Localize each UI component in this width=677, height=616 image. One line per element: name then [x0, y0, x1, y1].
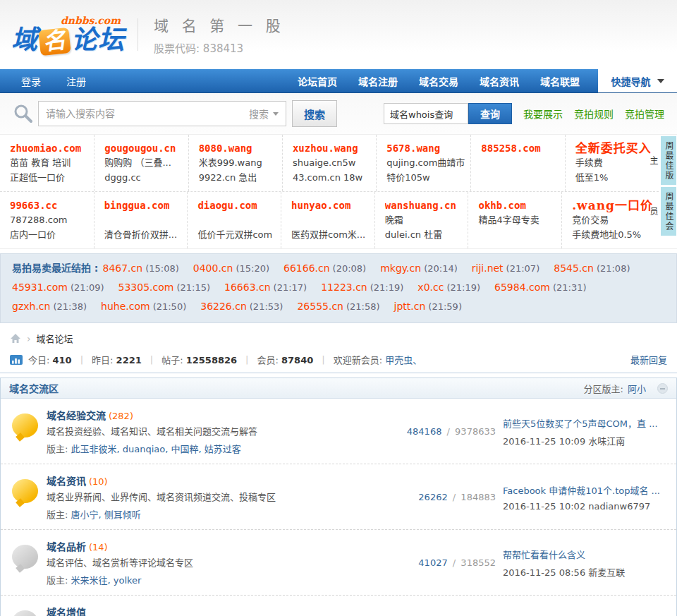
- forum-title-link[interactable]: 域名品析: [47, 541, 86, 552]
- side-tab[interactable]: 周最佳会员: [661, 187, 676, 236]
- section-title-link[interactable]: 域名交流区: [9, 381, 59, 395]
- nav-main-link[interactable]: 域名交易: [419, 74, 458, 88]
- auction-domain-link[interactable]: 8467.cn: [102, 262, 142, 274]
- ad-domain-link[interactable]: okhb.com: [478, 198, 556, 212]
- whois-query-button[interactable]: 查询: [468, 103, 512, 124]
- forum-title-link[interactable]: 域名资讯: [47, 476, 86, 487]
- ad-domain-link[interactable]: 99663.cc: [10, 198, 88, 212]
- divider: |: [150, 354, 153, 365]
- posts-count: 12558826: [186, 355, 237, 366]
- last-post: 前些天5位数买了个5声母COM，直 ...2016-11-25 10:09 水味…: [503, 416, 666, 447]
- ad-description: [481, 170, 559, 185]
- ad-domain-link[interactable]: wanshuang.cn: [385, 198, 463, 212]
- ad-domain-link[interactable]: xuzhou.wang: [293, 141, 370, 155]
- ad-domain-link[interactable]: 5678.wang: [386, 141, 465, 155]
- whois-input[interactable]: [384, 103, 468, 124]
- ad-description: [481, 155, 559, 170]
- ad-cell: gougougou.cn购购购 （三叠...dggg.cc: [94, 135, 188, 191]
- ad-domain-link[interactable]: zhuomiao.com: [10, 141, 88, 155]
- auction-domain-link[interactable]: 66166.cn: [283, 262, 330, 274]
- auction-domain-link[interactable]: 36226.cn: [200, 301, 247, 312]
- ad-description: 特价105w: [386, 170, 465, 185]
- ad-domain-link[interactable]: 全新委托买入: [575, 141, 653, 155]
- ad-domain-link[interactable]: gougougou.cn: [104, 141, 182, 155]
- auction-domain-link[interactable]: 65984.com: [494, 282, 550, 293]
- auction-label: 易拍易卖最近结拍 :: [12, 262, 98, 274]
- chart-icon: [10, 355, 23, 365]
- site-logo[interactable]: dnbbs.com 域名论坛: [11, 16, 125, 54]
- chat-bubble-icon: [12, 545, 38, 569]
- moderator-links[interactable]: 唐小宁, 侧耳倾听: [71, 509, 141, 520]
- ad-cell: 5678.wangqujing.com曲靖市特价105w: [376, 135, 470, 191]
- auction-domain-link[interactable]: gzxh.cn: [12, 301, 50, 312]
- moderator-links[interactable]: 此玉非彼米, duanqiao, 中国粹, 姑苏过客: [71, 444, 241, 454]
- forum-moderators: 版主: 米来米往, yolker: [47, 573, 398, 586]
- site-header: dnbbs.com 域名论坛 域 名 第 一 股 股票代码: 838413: [0, 0, 677, 69]
- auction-domain-link[interactable]: jptt.cn: [394, 301, 426, 312]
- nav-main-link[interactable]: 域名资讯: [480, 74, 519, 88]
- ad-description: 购购购 （三叠...: [104, 155, 182, 170]
- auction-domain-link[interactable]: 8545.cn: [554, 262, 594, 274]
- last-post-link[interactable]: 帮帮忙看看什么含义: [503, 548, 666, 561]
- forum-description: 域名评估、域名赏析等评论域名专区: [47, 557, 398, 569]
- auction-admin-link[interactable]: 竞拍规则: [574, 107, 614, 121]
- last-post-link[interactable]: 前些天5位数买了个5声母COM，直 ...: [503, 416, 666, 430]
- last-post-link[interactable]: Facebook 申请仲裁101个.top域名 ...: [503, 483, 666, 497]
- members-count: 87840: [281, 355, 313, 366]
- auction-domain-link[interactable]: 45931.com: [12, 282, 68, 293]
- auction-domain-link[interactable]: riji.net: [472, 262, 504, 274]
- yesterday-count: 2221: [116, 355, 142, 366]
- auction-domain-link[interactable]: mkgy.cn: [380, 262, 421, 274]
- auction-admin-link[interactable]: 我要展示: [523, 107, 563, 121]
- nav-main-link[interactable]: 论坛首页: [298, 74, 337, 88]
- moderators-label: 版主:: [47, 509, 71, 520]
- ad-domain-link[interactable]: .wang一口价: [572, 198, 653, 212]
- auction-domain-link[interactable]: x0.cc: [417, 282, 444, 293]
- nav-main-link[interactable]: 域名注册: [358, 74, 398, 88]
- search-button[interactable]: 搜索: [292, 100, 337, 127]
- new-member-link[interactable]: 甲壳虫、: [385, 355, 422, 366]
- breadcrumb-current[interactable]: 域名论坛: [37, 332, 73, 345]
- search-input[interactable]: [39, 102, 242, 126]
- nav-auth-link[interactable]: 注册: [66, 74, 86, 88]
- ad-domain-link[interactable]: 885258.com: [481, 141, 559, 155]
- divider: |: [245, 354, 248, 365]
- ad-description: [197, 212, 275, 227]
- auction-time: (21:15): [176, 282, 210, 293]
- nav-auth-link[interactable]: 登录: [21, 74, 41, 88]
- ad-domain-link[interactable]: binggua.com: [104, 198, 182, 212]
- nav-main-link[interactable]: 域名联盟: [540, 74, 580, 88]
- auction-time: (21:50): [153, 301, 187, 312]
- auction-time: (20:14): [424, 263, 458, 274]
- auction-domain-link[interactable]: 16663.cn: [224, 282, 271, 293]
- auction-domain-link[interactable]: huhe.com: [101, 301, 150, 312]
- forum-title-line: 域名资讯(10): [47, 473, 398, 488]
- collapse-toggle-icon[interactable]: [657, 383, 668, 394]
- forum-title-link[interactable]: 域名增值: [47, 607, 86, 616]
- auction-domain-link[interactable]: 53305.com: [118, 282, 174, 293]
- ad-row: 99663.cc787288.com店内一口价binggua.com清仓骨折价双…: [0, 191, 659, 248]
- auction-domain-link[interactable]: 0400.cn: [193, 262, 233, 274]
- search-type-select[interactable]: 搜索: [242, 107, 286, 121]
- ad-cell: 885258.com: [470, 135, 564, 191]
- moderator-links[interactable]: 米来米往, yolker: [71, 575, 142, 586]
- side-tabs: 周最佳版主周最佳会员: [661, 136, 676, 236]
- auction-domain-link[interactable]: 26555.cn: [297, 301, 343, 312]
- latest-reply-link[interactable]: 最新回复: [630, 353, 667, 366]
- moderator-link[interactable]: 阿小: [628, 382, 646, 395]
- auction-time: (21:59): [428, 301, 462, 312]
- section-header: 域名交流区 分区版主: 阿小: [1, 378, 676, 399]
- ad-domain-link[interactable]: hunyao.com: [291, 198, 369, 212]
- auction-domain-link[interactable]: 11223.cn: [321, 282, 367, 293]
- nav-main-links: 论坛首页域名注册域名交易域名资讯域名联盟: [298, 69, 580, 92]
- home-icon[interactable]: [10, 333, 21, 344]
- section-moderator: 分区版主: 阿小: [584, 382, 668, 395]
- breadcrumb: › 域名论坛: [0, 323, 677, 348]
- side-tab[interactable]: 周最佳版主: [661, 136, 676, 185]
- ad-domain-link[interactable]: diaogu.com: [197, 198, 275, 212]
- ad-description: 低至1%: [575, 170, 653, 185]
- auction-admin-link[interactable]: 竞拍管理: [625, 107, 664, 121]
- ad-domain-link[interactable]: 8080.wang: [199, 141, 276, 155]
- forum-title-link[interactable]: 域名经验交流: [47, 410, 106, 421]
- quick-nav-dropdown[interactable]: 快捷导航: [598, 69, 677, 92]
